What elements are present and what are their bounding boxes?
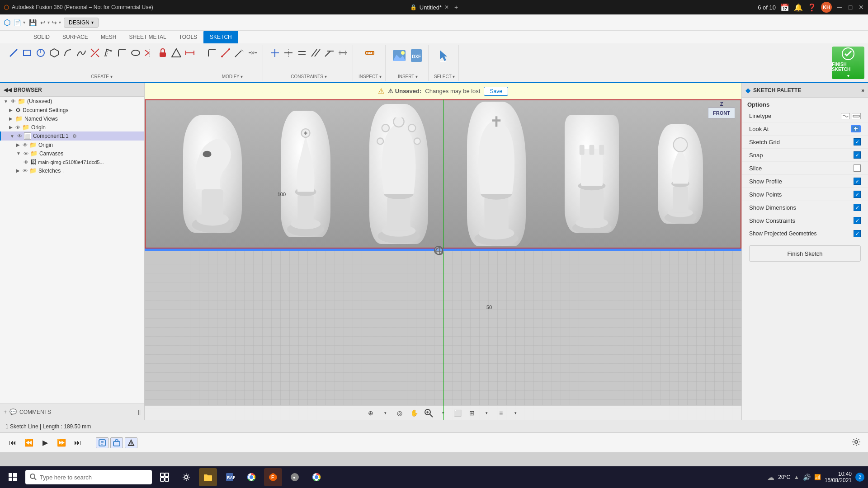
corner-tool[interactable] (116, 47, 128, 59)
lock-tool[interactable] (156, 47, 169, 59)
arc-tool[interactable] (61, 47, 74, 59)
zoom-icon[interactable] (423, 408, 434, 418)
eye-sketches[interactable]: 👁 (23, 168, 28, 174)
user-avatar[interactable]: KH (821, 2, 832, 13)
tab-sketch[interactable]: SKETCH (203, 31, 238, 43)
browser-item-origin[interactable]: ▶ 👁 📁 Origin (0, 123, 144, 131)
view-dropdown[interactable]: ▾ (510, 408, 521, 418)
maximize-btn[interactable]: □ (847, 4, 854, 10)
collinear-tool[interactable] (282, 47, 295, 59)
tab-mesh[interactable]: MESH (94, 31, 123, 43)
ellipse-tool[interactable] (129, 47, 142, 59)
show-points-row[interactable]: Show Points ✓ (742, 188, 868, 201)
winrar-btn[interactable]: RAR (221, 468, 239, 486)
snap-checkbox[interactable]: ✓ (854, 151, 861, 159)
play-end-btn[interactable]: ⏭ (72, 437, 83, 448)
show-constraints-row[interactable]: Show Constraints ✓ (742, 214, 868, 227)
comments-expand[interactable]: + (4, 409, 7, 415)
other-btn[interactable]: ● (286, 468, 304, 486)
trim-tool[interactable] (219, 47, 232, 59)
undo-dropdown-icon[interactable]: ▾ (47, 20, 50, 25)
notification-badge[interactable]: 2 (855, 473, 864, 482)
show-constraints-checkbox[interactable]: ✓ (854, 217, 861, 224)
tab-sheet-metal[interactable]: SHEET METAL (123, 31, 172, 43)
play-start-btn[interactable]: ⏮ (7, 437, 18, 448)
measure-tool[interactable] (363, 47, 376, 59)
close-tab-icon[interactable]: ✕ (444, 4, 449, 10)
slice-row[interactable]: Slice (742, 162, 868, 175)
tab-solid[interactable]: SOLID (27, 31, 56, 43)
chrome-btn-1[interactable] (242, 468, 260, 486)
eye-unsaved[interactable]: 👁 (11, 99, 16, 104)
browser-item-canvas-img[interactable]: 👁 🖼 main-qimg-c510f8e471dcd5... (0, 158, 144, 166)
browser-item-origin2[interactable]: ▶ 👁 📁 Origin (0, 141, 144, 149)
fusion-btn[interactable]: F (264, 468, 282, 486)
palette-collapse-icon[interactable]: ◆ (745, 87, 750, 94)
grid-dropdown[interactable]: ▾ (481, 408, 492, 418)
show-projected-row[interactable]: Show Projected Geometries ✓ (742, 227, 868, 240)
horiz-tool[interactable] (336, 47, 349, 59)
view-front-face[interactable]: FRONT (708, 108, 735, 118)
collapse-browser-btn[interactable]: ◀◀ (4, 87, 12, 93)
pivot-icon[interactable]: ⊕ (365, 408, 376, 418)
show-dimensions-checkbox[interactable]: ✓ (854, 204, 861, 211)
browser-item-component[interactable]: ▼ 👁 ⬜ Component1:1 ⚙ (0, 131, 144, 141)
extend-tool[interactable] (233, 47, 245, 59)
new-file-icon[interactable]: 📄 (14, 19, 21, 26)
timeline-settings[interactable] (852, 437, 861, 448)
tab-title[interactable]: Untitled* (420, 4, 442, 11)
mirror-tool[interactable] (143, 47, 156, 59)
coincident-tool[interactable] (269, 47, 281, 59)
browser-item-named-views[interactable]: ▶ 📁 Named Views (0, 114, 144, 123)
offset-tool[interactable] (102, 47, 115, 59)
play-back-btn[interactable]: ⏪ (24, 437, 34, 448)
close-btn[interactable]: ✕ (858, 4, 864, 10)
calendar-icon[interactable]: 📅 (780, 3, 789, 12)
snap-row[interactable]: Snap ✓ (742, 149, 868, 162)
add-tab-icon[interactable]: + (454, 4, 458, 11)
eye-origin2[interactable]: 👁 (23, 142, 28, 148)
rectangle-tool[interactable] (21, 47, 33, 59)
spline-tool[interactable] (75, 47, 88, 59)
linetype-icon-2[interactable] (852, 113, 861, 119)
comments-expand2[interactable]: || (138, 409, 141, 415)
task-view-btn[interactable] (156, 468, 174, 486)
browser-item-canvases[interactable]: ▼ 👁 📁 Canvases (0, 149, 144, 158)
parallel-tool[interactable] (309, 47, 322, 59)
finish-sketch-panel-btn[interactable]: Finish Sketch (749, 245, 861, 262)
slice-checkbox[interactable] (854, 164, 861, 172)
fillet-mod-tool[interactable] (206, 47, 218, 59)
show-points-checkbox[interactable]: ✓ (854, 191, 861, 198)
save-file-icon[interactable]: 💾 (29, 19, 37, 26)
tab-tools[interactable]: TOOLS (173, 31, 203, 43)
timeline-icon-1[interactable] (96, 437, 108, 448)
dimension-tool[interactable] (184, 47, 196, 59)
polygon-tool[interactable] (48, 47, 61, 59)
show-profile-checkbox[interactable]: ✓ (854, 178, 861, 185)
sketch-grid-checkbox[interactable]: ✓ (854, 138, 861, 145)
new-dropdown-icon[interactable]: ▾ (23, 20, 25, 25)
pivot-dropdown[interactable]: ▾ (380, 408, 391, 418)
component-settings[interactable]: ⚙ (72, 133, 77, 139)
speaker-icon[interactable]: 🔊 (803, 474, 811, 481)
minimize-btn[interactable]: ─ (836, 4, 843, 10)
search-bar[interactable]: Type here to search (25, 470, 152, 484)
finish-sketch-dropdown[interactable]: ▾ (847, 74, 849, 78)
perp-tool[interactable] (323, 47, 335, 59)
view-cube[interactable]: Z FRONT (703, 101, 740, 137)
linetype-icon-1[interactable] (841, 113, 850, 119)
show-profile-row[interactable]: Show Profile ✓ (742, 175, 868, 188)
select-btn[interactable] (436, 47, 453, 65)
redo-icon[interactable]: ↪ (52, 19, 57, 26)
timeline-icon-3[interactable] (125, 437, 137, 448)
cut-tool[interactable] (89, 47, 101, 59)
design-button[interactable]: DESIGN ▾ (64, 18, 99, 28)
eye-origin[interactable]: 👁 (15, 125, 20, 130)
app-menu-icon[interactable]: ⬡ (4, 18, 11, 28)
network-icon[interactable]: 📶 (814, 474, 821, 480)
finish-sketch-btn-ribbon[interactable]: FINISH SKETCH ▾ (832, 47, 864, 79)
play-fwd-btn[interactable]: ⏩ (56, 437, 67, 448)
undo-icon[interactable]: ↩ (40, 19, 46, 26)
canvas-area[interactable]: -100 50 Z FRONT ⊕ ▾ ◎ ✋ ▾ ⬜ ⊞ (145, 83, 741, 420)
eye-canvas-img[interactable]: 👁 (24, 160, 28, 165)
